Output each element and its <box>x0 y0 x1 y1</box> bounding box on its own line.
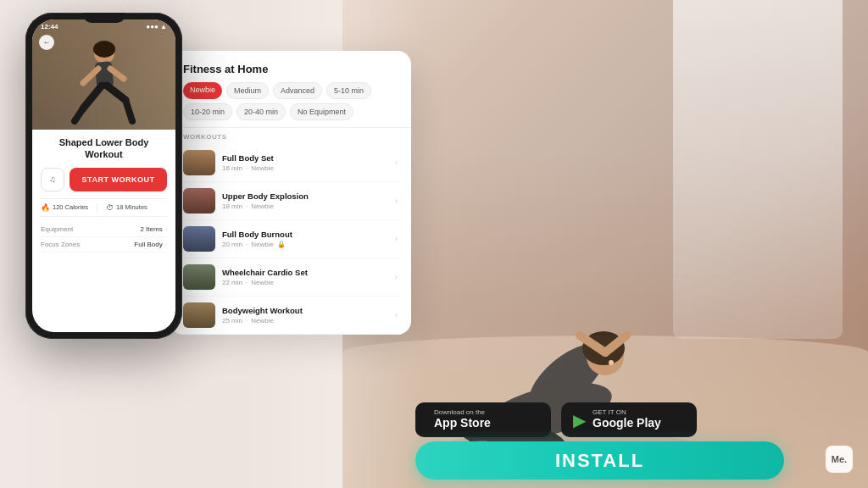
lock-icon: 🔒 <box>277 241 286 248</box>
pill-20-40[interactable]: 20-40 min <box>236 103 286 120</box>
pill-medium[interactable]: Medium <box>226 82 269 99</box>
focus-chevron: › <box>165 241 167 247</box>
list-item[interactable]: Wheelchair Cardio Set 22 min·Newbie › <box>180 258 401 297</box>
item-chevron: › <box>395 197 398 205</box>
phone-music-button[interactable]: ♫ <box>41 168 64 191</box>
item-chevron: › <box>395 158 398 167</box>
item-chevron: › <box>395 235 398 243</box>
phone-mockup: 12:44 ●●● ▲ ← <box>25 13 182 339</box>
tablet-app-title: Fitness at Home <box>183 63 398 75</box>
workout-thumbnail <box>183 264 215 290</box>
svg-line-14 <box>107 86 125 100</box>
music-icon: ♫ <box>49 175 56 184</box>
pill-newbie[interactable]: Newbie <box>183 82 222 99</box>
phone-minutes-stat: ⏱ 18 Minutes <box>106 203 147 212</box>
app-store-main: App Store <box>434 416 491 430</box>
workout-thumbnail <box>183 226 215 252</box>
item-chevron: › <box>395 273 398 281</box>
app-ui-mockup: Fitness at Home Newbie Medium Advanced 5… <box>170 51 411 335</box>
workouts-section-label: WORKOUTS <box>170 128 411 144</box>
workout-thumbnail <box>183 188 215 214</box>
pill-10-20[interactable]: 10-20 min <box>183 103 232 120</box>
back-icon: ← <box>43 38 51 47</box>
svg-point-11 <box>93 41 115 58</box>
workout-thumbnail <box>183 150 215 175</box>
pill-5-10[interactable]: 5-10 min <box>326 82 371 99</box>
equipment-chevron: › <box>165 226 167 232</box>
phone-notch <box>83 13 125 23</box>
phone-equipment-row[interactable]: Equipment 2 Items › <box>41 222 167 237</box>
google-play-main: Google Play <box>593 416 661 430</box>
phone-focus-row[interactable]: Focus Zones Full Body › <box>41 237 167 252</box>
play-icon: ▶ <box>573 410 586 430</box>
item-chevron: › <box>395 311 398 319</box>
phone-workout-title: Shaped Lower Body Workout <box>41 136 167 161</box>
phone-time: 12:44 <box>41 23 58 30</box>
pill-no-equipment[interactable]: No Equipment <box>290 103 353 120</box>
store-buttons: Download on the App Store ▶ GET IT ON Go… <box>415 402 697 437</box>
pill-advanced[interactable]: Advanced <box>273 82 322 99</box>
phone-content-area: Shaped Lower Body Workout ♫ START WORKOU… <box>32 130 175 259</box>
workout-list: Full Body Set 16 min·Newbie › Upper Body… <box>170 144 411 335</box>
fire-icon: 🔥 <box>41 203 50 212</box>
workout-image-figure <box>58 36 151 130</box>
tablet-header: Fitness at Home Newbie Medium Advanced 5… <box>170 51 411 128</box>
list-item[interactable]: Upper Body Explosion 18 min·Newbie › <box>180 182 401 220</box>
woman-figure <box>410 166 732 488</box>
phone-calories-stat: 🔥 120 Calories <box>41 203 88 212</box>
google-play-sub: GET IT ON <box>593 409 661 416</box>
google-play-button[interactable]: ▶ GET IT ON Google Play <box>561 402 697 437</box>
phone-workout-image: ← <box>32 19 175 130</box>
workout-thumbnail <box>183 302 215 328</box>
svg-line-16 <box>125 100 132 121</box>
phone-signal: ●●● ▲ <box>146 23 167 30</box>
filter-pills: Newbie Medium Advanced 5-10 min 10-20 mi… <box>183 82 398 120</box>
install-label: INSTALL <box>555 450 644 472</box>
phone-screen: 12:44 ●●● ▲ ← <box>32 19 175 332</box>
install-button[interactable]: INSTALL <box>415 441 784 480</box>
svg-point-9 <box>609 360 614 365</box>
phone-back-button[interactable]: ← <box>39 35 54 50</box>
phone-start-workout-button[interactable]: START WORKOUT <box>70 168 167 191</box>
app-store-button[interactable]: Download on the App Store <box>415 402 551 437</box>
me-logo: Me. <box>826 446 853 473</box>
phone-action-buttons: ♫ START WORKOUT <box>41 168 167 191</box>
phone-frame: 12:44 ●●● ▲ ← <box>25 13 182 339</box>
svg-line-15 <box>75 108 83 121</box>
app-store-sub: Download on the <box>434 409 491 416</box>
svg-line-13 <box>83 86 102 108</box>
phone-stats-row: 🔥 120 Calories ⏱ 18 Minutes <box>41 198 167 217</box>
clock-icon: ⏱ <box>106 203 114 212</box>
list-item[interactable]: Full Body Burnout 20 min·Newbie🔒 › <box>180 220 401 258</box>
list-item[interactable]: Bodyweight Workout 25 min·Newbie › <box>180 297 401 335</box>
list-item[interactable]: Full Body Set 16 min·Newbie › <box>180 144 401 182</box>
